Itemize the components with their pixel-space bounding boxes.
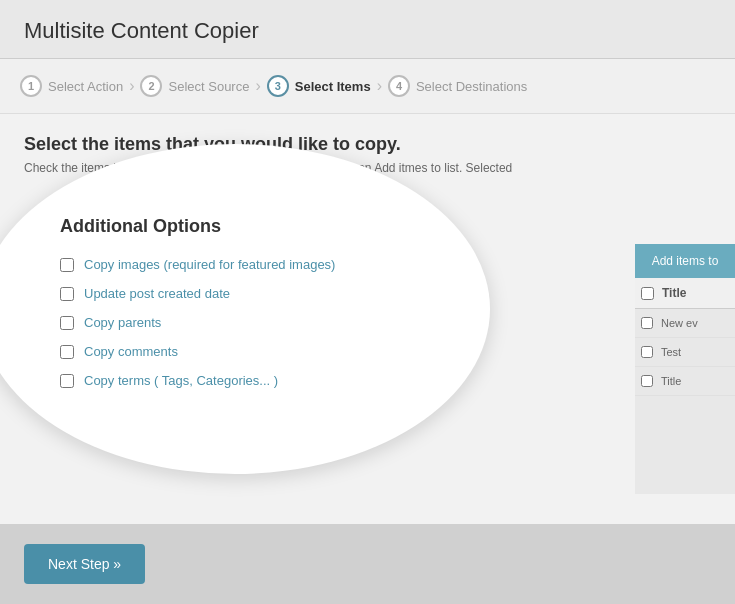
step-2-label: Select Source: [168, 79, 249, 94]
items-header: Title: [635, 278, 735, 309]
arrow-3: ›: [377, 77, 382, 95]
step-1-label: Select Action: [48, 79, 123, 94]
bottom-bar: Next Step »: [0, 524, 735, 604]
step-3[interactable]: 3 Select Items: [267, 75, 371, 97]
step-1[interactable]: 1 Select Action: [20, 75, 123, 97]
option-copy-images: Copy images (required for featured image…: [60, 257, 335, 272]
option-copy-parents-label[interactable]: Copy parents: [84, 315, 161, 330]
option-copy-images-label[interactable]: Copy images (required for featured image…: [84, 257, 335, 272]
items-list: Title New ev Test Title: [635, 278, 735, 494]
additional-options-title: Additional Options: [60, 216, 221, 237]
item-1-checkbox[interactable]: [641, 317, 653, 329]
step-2-num: 2: [140, 75, 162, 97]
content-area: Select the items that you would like to …: [0, 114, 735, 554]
option-copy-comments-checkbox[interactable]: [60, 345, 74, 359]
list-item: Test: [635, 338, 735, 367]
option-copy-terms: Copy terms ( Tags, Categories... ): [60, 373, 278, 388]
option-copy-terms-label[interactable]: Copy terms ( Tags, Categories... ): [84, 373, 278, 388]
items-column-label: Title: [662, 286, 686, 300]
option-copy-parents-checkbox[interactable]: [60, 316, 74, 330]
items-header-checkbox[interactable]: [641, 287, 654, 300]
next-step-button[interactable]: Next Step »: [24, 544, 145, 584]
steps-bar: 1 Select Action › 2 Select Source › 3 Se…: [0, 59, 735, 114]
page-heading: Select the items that you would like to …: [24, 134, 711, 155]
app-title: Multisite Content Copier: [24, 18, 711, 44]
page-wrapper: Multisite Content Copier 1 Select Action…: [0, 0, 735, 604]
step-1-num: 1: [20, 75, 42, 97]
add-items-button[interactable]: Add items to: [635, 244, 735, 278]
list-item: New ev: [635, 309, 735, 338]
option-update-date-checkbox[interactable]: [60, 287, 74, 301]
step-3-label: Select Items: [295, 79, 371, 94]
option-update-date: Update post created date: [60, 286, 230, 301]
step-4[interactable]: 4 Select Destinations: [388, 75, 527, 97]
items-panel: Add items to Title New ev Test Title: [635, 244, 735, 494]
step-4-num: 4: [388, 75, 410, 97]
item-2-label: Test: [661, 346, 681, 358]
item-1-label: New ev: [661, 317, 698, 329]
item-3-checkbox[interactable]: [641, 375, 653, 387]
option-copy-terms-checkbox[interactable]: [60, 374, 74, 388]
title-bar: Multisite Content Copier: [0, 0, 735, 59]
option-copy-comments: Copy comments: [60, 344, 178, 359]
option-copy-parents: Copy parents: [60, 315, 161, 330]
item-3-label: Title: [661, 375, 681, 387]
option-copy-comments-label[interactable]: Copy comments: [84, 344, 178, 359]
item-2-checkbox[interactable]: [641, 346, 653, 358]
step-4-label: Select Destinations: [416, 79, 527, 94]
arrow-1: ›: [129, 77, 134, 95]
arrow-2: ›: [255, 77, 260, 95]
step-3-num: 3: [267, 75, 289, 97]
option-update-date-label[interactable]: Update post created date: [84, 286, 230, 301]
option-copy-images-checkbox[interactable]: [60, 258, 74, 272]
list-item: Title: [635, 367, 735, 396]
step-2[interactable]: 2 Select Source: [140, 75, 249, 97]
additional-options-panel: Additional Options Copy images (required…: [0, 144, 490, 474]
